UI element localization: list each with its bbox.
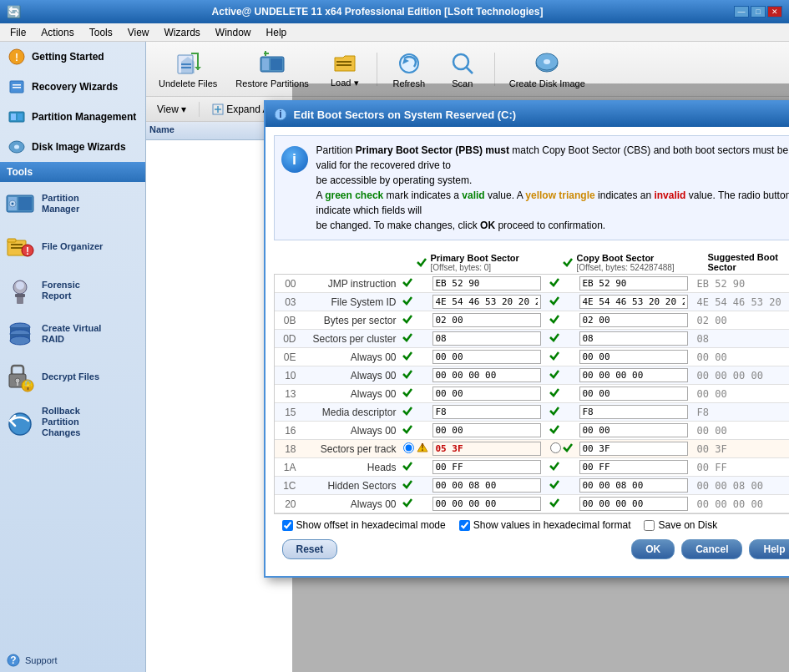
svg-rect-45 xyxy=(271,58,282,70)
pbs-status-icon xyxy=(400,423,415,437)
pbs-input-field[interactable] xyxy=(430,386,547,402)
cbs-input-field[interactable] xyxy=(577,275,694,291)
row-name: Always 00 xyxy=(300,368,400,383)
suggested-value: 00 3F xyxy=(694,442,786,456)
tool-item-create-virtual-raid[interactable]: Create VirtualRAID xyxy=(0,312,145,356)
sidebar-item-recovery-wizards[interactable]: Recovery Wizards xyxy=(0,72,145,102)
row-offset: 20 xyxy=(275,497,300,512)
cbs-input-field[interactable] xyxy=(577,331,694,346)
cbs-input-field[interactable] xyxy=(577,477,694,493)
show-values-hex-checkbox-label[interactable]: Show values in hexadecimal format xyxy=(459,519,631,531)
restore-partitions-icon xyxy=(259,50,286,77)
sidebar-item-partition-management[interactable]: Partition Management xyxy=(0,102,145,132)
suggested-value: 00 00 xyxy=(694,424,786,437)
cbs-radio-cell[interactable] xyxy=(547,441,562,457)
pbs-input-field[interactable] xyxy=(430,404,547,420)
save-on-disk-checkbox-label[interactable]: Save on Disk xyxy=(644,519,717,531)
pbs-status-icon xyxy=(400,276,415,291)
table-row: 16 Always 00 00 00 xyxy=(275,422,790,440)
sidebar: ! Getting Started Recovery Wizards Parti… xyxy=(0,42,146,672)
menu-help[interactable]: Help xyxy=(260,25,294,40)
cbs-input-field[interactable] xyxy=(577,422,694,438)
pbs-input-field[interactable] xyxy=(430,312,547,328)
support-icon: ? xyxy=(7,654,20,667)
sidebar-item-getting-started[interactable]: ! Getting Started xyxy=(0,42,145,72)
undelete-files-button[interactable]: Undelete Files xyxy=(151,46,225,93)
cbs-input-field[interactable] xyxy=(577,349,694,365)
help-button[interactable]: Help xyxy=(749,539,789,559)
ok-button[interactable]: OK xyxy=(631,539,675,559)
pbs-input-field[interactable] xyxy=(430,349,547,365)
tool-item-decrypt-files[interactable]: 🔓 Decrypt Files xyxy=(0,356,145,399)
cbs-input-field[interactable] xyxy=(577,441,694,457)
refresh-icon xyxy=(396,50,422,77)
title-bar: 🔄 Active@ UNDELETE 11 x64 Professional E… xyxy=(0,0,789,23)
svg-rect-17 xyxy=(11,244,23,245)
show-offset-hex-checkbox[interactable] xyxy=(282,520,293,531)
close-button[interactable]: ✕ xyxy=(767,6,782,18)
cbs-input-field[interactable] xyxy=(577,386,694,402)
pbs-input-field[interactable] xyxy=(430,331,547,346)
cbs-input-field[interactable] xyxy=(577,404,694,420)
cbs-input-field[interactable] xyxy=(577,294,694,310)
minimize-button[interactable]: — xyxy=(734,6,749,18)
table-row: 0E Always 00 00 00 xyxy=(275,348,790,366)
save-on-disk-checkbox[interactable] xyxy=(644,520,655,531)
main-layout: ! Getting Started Recovery Wizards Parti… xyxy=(0,42,789,672)
getting-started-icon: ! xyxy=(7,47,27,67)
row-name: Heads xyxy=(300,460,400,475)
show-offset-hex-checkbox-label[interactable]: Show offset in hexadecimal mode xyxy=(282,519,446,531)
pbs-input-field[interactable] xyxy=(430,441,547,457)
dialog-action-buttons: OK Cancel Help xyxy=(631,539,789,559)
svg-point-9 xyxy=(14,145,19,149)
menu-tools[interactable]: Tools xyxy=(83,25,119,40)
tool-item-partition-manager[interactable]: PartitionManager xyxy=(0,182,145,225)
pbs-input-field[interactable] xyxy=(430,459,547,475)
svg-text:i: i xyxy=(279,109,281,120)
maximize-button[interactable]: □ xyxy=(751,6,766,18)
sidebar-item-disk-image-wizards[interactable]: Disk Image Wizards xyxy=(0,132,145,162)
pbs-input-field[interactable] xyxy=(430,496,547,512)
cancel-button[interactable]: Cancel xyxy=(681,539,742,559)
svg-rect-16 xyxy=(8,239,16,242)
pbs-input-field[interactable] xyxy=(430,294,547,310)
table-row: 00 JMP instruction EB 52 90 xyxy=(275,275,790,293)
menu-view[interactable]: View xyxy=(121,25,156,40)
tool-item-forensic-report[interactable]: ForensicReport xyxy=(0,269,145,312)
tool-item-file-organizer[interactable]: ! File Organizer xyxy=(0,225,145,269)
suggested-value: F8 xyxy=(694,406,786,419)
menu-wizards[interactable]: Wizards xyxy=(158,25,207,40)
recovery-wizards-icon xyxy=(7,77,27,97)
cbs-input-field[interactable] xyxy=(577,496,694,512)
dialog-column-headers: Primary Boot Sector [Offset, bytes: 0] C… xyxy=(274,249,790,274)
cbs-spacer xyxy=(547,478,562,493)
window-controls: — □ ✕ xyxy=(734,6,782,18)
pbs-input-field[interactable] xyxy=(430,275,547,291)
pbs-input-field[interactable] xyxy=(430,477,547,493)
reset-button[interactable]: Reset xyxy=(282,539,338,559)
pbs-radio-button[interactable] xyxy=(400,441,415,457)
pbs-input-field[interactable] xyxy=(430,422,547,438)
tool-item-rollback-partition-changes[interactable]: RollbackPartitionChanges xyxy=(0,399,145,446)
row-name: Always 00 xyxy=(300,423,400,438)
content-area: Undelete Files Restore Partitions xyxy=(146,42,789,672)
cbs-spacer xyxy=(547,423,562,437)
cbs-input-field[interactable] xyxy=(577,367,694,383)
col-primary-header: Primary Boot Sector xyxy=(431,253,519,263)
svg-rect-42 xyxy=(181,67,191,68)
tool-label-rollback-partition-changes: RollbackPartitionChanges xyxy=(42,406,80,439)
cbs-input-field[interactable] xyxy=(577,312,694,328)
cbs-input-field[interactable] xyxy=(577,459,694,475)
row-offset: 0E xyxy=(275,350,300,365)
menu-window[interactable]: Window xyxy=(209,25,258,40)
pbs-input-field[interactable] xyxy=(430,367,547,383)
show-values-hex-checkbox[interactable] xyxy=(459,520,470,531)
menu-actions[interactable]: Actions xyxy=(34,25,80,40)
svg-point-29 xyxy=(10,336,30,345)
menu-file[interactable]: File xyxy=(3,25,33,40)
view-button[interactable]: View ▾ xyxy=(151,101,192,118)
row-name: Sectors per cluster xyxy=(300,331,400,346)
sidebar-footer-support[interactable]: ? Support xyxy=(0,649,145,672)
copy-boot-sector-check-icon xyxy=(562,256,574,268)
row-name: Sectors per track xyxy=(300,442,400,457)
